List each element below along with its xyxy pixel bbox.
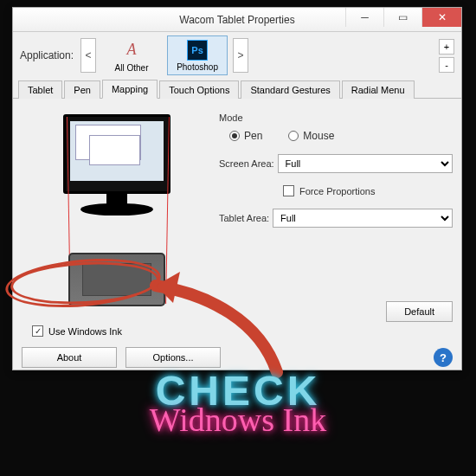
wacom-properties-window: Wacom Tablet Properties ─ ▭ ✕ Applicatio…	[12, 7, 462, 370]
mapping-controls: Mode Pen Mouse Screen Area: Full	[219, 106, 453, 322]
mapping-content: Mode Pen Mouse Screen Area: Full	[13, 99, 461, 325]
all-other-icon: A	[120, 39, 143, 61]
mode-group: Mode Pen Mouse	[219, 113, 453, 142]
annotation-caption: CHECK Widnows Ink	[0, 372, 476, 439]
tab-mapping[interactable]: Mapping	[102, 80, 158, 99]
tab-pen[interactable]: Pen	[64, 80, 100, 99]
tab-standard-gestures[interactable]: Standard Gestures	[241, 80, 339, 99]
mode-label: Mode	[219, 113, 453, 123]
radio-icon	[288, 131, 299, 141]
mapping-illustration	[22, 106, 212, 322]
force-proportions-checkbox[interactable]	[283, 185, 294, 196]
radio-icon	[229, 131, 240, 141]
window-controls: ─ ▭ ✕	[345, 8, 461, 27]
mode-pen-radio[interactable]: Pen	[229, 130, 262, 142]
about-button[interactable]: About	[22, 347, 117, 368]
screen-area-row: Screen Area: Full	[219, 154, 453, 173]
app-prev-button[interactable]: <	[80, 38, 96, 73]
tab-tablet[interactable]: Tablet	[18, 80, 62, 99]
options-button[interactable]: Options...	[125, 347, 221, 368]
maximize-button[interactable]: ▭	[383, 8, 421, 27]
use-windows-ink-label: Use Windows Ink	[48, 326, 122, 337]
close-button[interactable]: ✕	[421, 8, 461, 27]
app-item-label: Photoshop	[177, 62, 218, 72]
application-row: Application: < A All Other Ps Photoshop …	[13, 32, 461, 79]
use-windows-ink-checkbox[interactable]	[32, 325, 43, 337]
app-item-label: All Other	[115, 63, 149, 73]
help-button[interactable]: ?	[434, 348, 453, 367]
minimize-button[interactable]: ─	[345, 8, 383, 27]
mode-mouse-radio[interactable]: Mouse	[288, 130, 334, 142]
titlebar: Wacom Tablet Properties ─ ▭ ✕	[13, 8, 461, 32]
app-item-all-other[interactable]: A All Other	[101, 35, 162, 75]
radio-label: Mouse	[303, 130, 334, 142]
radio-label: Pen	[244, 130, 262, 142]
photoshop-icon: Ps	[187, 40, 208, 61]
tabs-bar: Tablet Pen Mapping Touch Options Standar…	[13, 79, 461, 99]
force-proportions-row[interactable]: Force Proportions	[219, 185, 453, 196]
tab-radial-menu[interactable]: Radial Menu	[342, 80, 415, 99]
force-proportions-label: Force Proportions	[299, 186, 375, 196]
app-add-button[interactable]: +	[439, 39, 454, 55]
tablet-area-label: Tablet Area:	[219, 213, 269, 223]
application-label: Application:	[20, 49, 74, 61]
app-add-remove: + -	[439, 39, 454, 73]
app-next-button[interactable]: >	[233, 38, 248, 73]
screen-area-label: Screen Area:	[219, 158, 274, 169]
tablet-area-select[interactable]: Full	[273, 209, 453, 228]
use-windows-ink-row[interactable]: Use Windows Ink	[13, 325, 461, 342]
app-remove-button[interactable]: -	[439, 57, 454, 73]
screen-area-select[interactable]: Full	[278, 154, 453, 173]
tab-touch-options[interactable]: Touch Options	[159, 80, 239, 99]
monitor-icon	[63, 114, 170, 194]
tablet-area-row: Tablet Area: Full	[219, 209, 453, 228]
default-button[interactable]: Default	[386, 301, 453, 322]
caption-line2: Widnows Ink	[0, 401, 476, 439]
tablet-icon	[68, 253, 165, 306]
app-item-photoshop[interactable]: Ps Photoshop	[167, 35, 228, 75]
